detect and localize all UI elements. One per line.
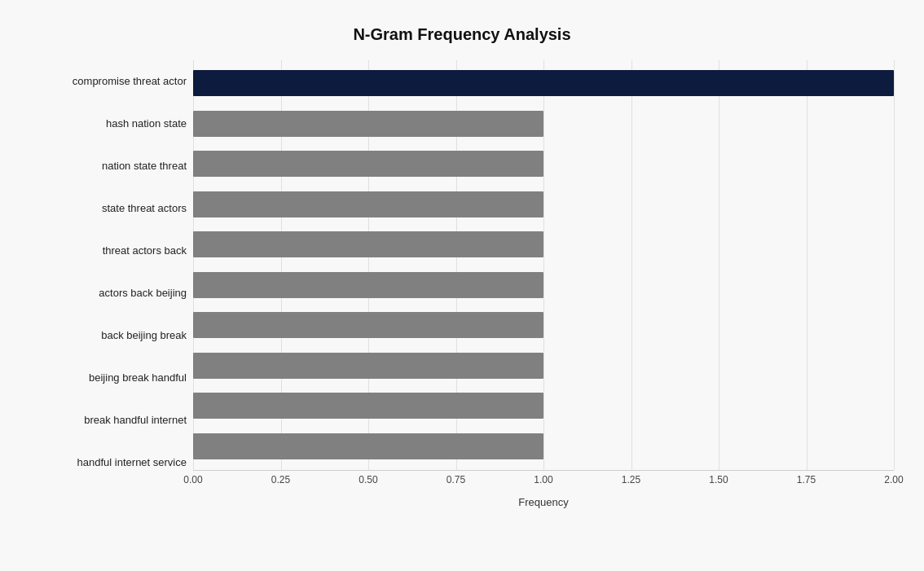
- chart-area: compromise threat actorhash nation state…: [30, 60, 894, 508]
- x-tick: 1.50: [709, 474, 728, 485]
- y-label: hash nation state: [30, 117, 193, 130]
- grid-line: [894, 60, 895, 470]
- bar: [193, 70, 894, 96]
- bar-row: [193, 429, 894, 463]
- y-label: state threat actors: [30, 202, 193, 215]
- bar: [193, 353, 543, 379]
- bar-row: [193, 389, 894, 423]
- bars-section: [193, 60, 894, 470]
- y-labels: compromise threat actorhash nation state…: [30, 60, 193, 508]
- y-label: actors back beijing: [30, 287, 193, 300]
- bar: [193, 393, 543, 419]
- bar: [193, 231, 543, 257]
- x-tick: 1.25: [622, 474, 640, 485]
- bar: [193, 433, 543, 459]
- bar-row: [193, 268, 894, 302]
- x-axis-label: Frequency: [193, 496, 894, 508]
- y-label: back beijing break: [30, 329, 193, 342]
- bar: [193, 312, 543, 338]
- bar-row: [193, 308, 894, 342]
- y-label: threat actors back: [30, 244, 193, 257]
- bar-row: [193, 227, 894, 261]
- x-tick: 1.75: [797, 474, 816, 485]
- bar: [193, 111, 543, 137]
- x-tick: 2.00: [884, 474, 903, 485]
- bar: [193, 151, 543, 177]
- chart-title: N-Gram Frequency Analysis: [30, 25, 894, 44]
- bars-and-x: 0.000.250.500.751.001.251.501.752.00 Fre…: [193, 60, 894, 508]
- x-tick: 1.00: [534, 474, 552, 485]
- bar: [193, 191, 543, 217]
- x-axis: 0.000.250.500.751.001.251.501.752.00: [193, 470, 894, 494]
- bar-row: [193, 349, 894, 383]
- bar-row: [193, 107, 894, 141]
- y-label: beijing break handful: [30, 371, 193, 384]
- bars-wrapper: [193, 60, 894, 470]
- x-tick: 0.00: [183, 474, 202, 485]
- y-label: handful internet service: [30, 456, 193, 469]
- y-label: compromise threat actor: [30, 75, 193, 88]
- y-label: nation state threat: [30, 160, 193, 173]
- x-tick: 0.50: [359, 474, 377, 485]
- x-tick: 0.75: [447, 474, 465, 485]
- bar-row: [193, 147, 894, 181]
- chart-container: N-Gram Frequency Analysis compromise thr…: [14, 9, 910, 563]
- x-tick: 0.25: [271, 474, 290, 485]
- bar-row: [193, 66, 894, 100]
- bar: [193, 272, 543, 298]
- bar-row: [193, 187, 894, 222]
- y-label: break handful internet: [30, 414, 193, 427]
